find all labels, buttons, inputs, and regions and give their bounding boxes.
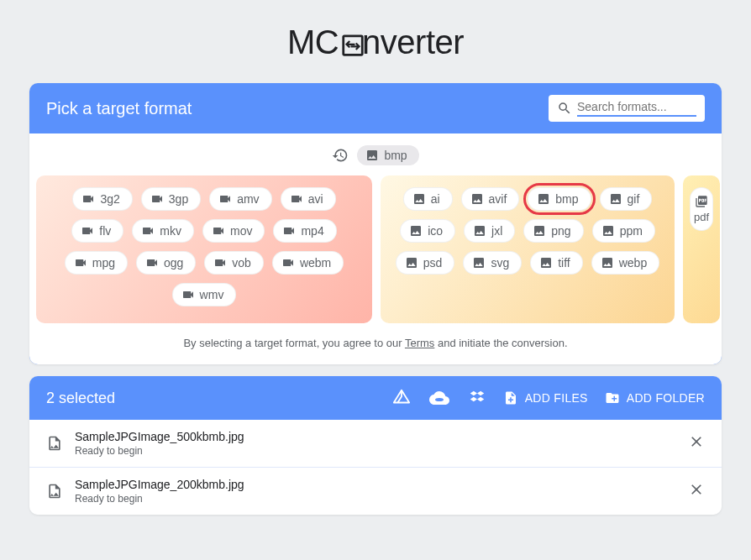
format-chip-3g2[interactable]: 3g2 bbox=[72, 187, 132, 211]
image-icon bbox=[365, 149, 379, 162]
image-formats-group: aiavifbmpgificojxlpngppmpsdsvgtiffwebp bbox=[381, 175, 675, 323]
search-input[interactable] bbox=[577, 100, 696, 117]
format-label: webp bbox=[619, 256, 647, 270]
video-icon bbox=[281, 256, 295, 270]
video-icon bbox=[81, 224, 94, 238]
format-chip-jxl[interactable]: jxl bbox=[464, 219, 515, 243]
format-chip-flv[interactable]: flv bbox=[71, 219, 123, 243]
format-chip-svg[interactable]: svg bbox=[463, 251, 522, 275]
format-chip-3gp[interactable]: 3gp bbox=[141, 187, 201, 211]
gdrive-icon[interactable] bbox=[392, 389, 411, 407]
search-icon bbox=[557, 101, 572, 116]
format-label: avi bbox=[308, 192, 323, 206]
format-chip-vob[interactable]: vob bbox=[204, 251, 264, 275]
folder-add-icon bbox=[605, 390, 620, 406]
format-chip-webm[interactable]: webm bbox=[272, 251, 344, 275]
format-label: ico bbox=[428, 224, 443, 238]
format-label: pdf bbox=[694, 211, 709, 223]
video-icon bbox=[141, 224, 155, 238]
format-chip-mov[interactable]: mov bbox=[202, 219, 265, 243]
format-label: jxl bbox=[491, 224, 502, 238]
format-label: 3g2 bbox=[100, 192, 119, 206]
format-label: amv bbox=[237, 192, 259, 206]
recent-format-label: bmp bbox=[384, 149, 407, 162]
terms-prefix: By selecting a target format, you agree … bbox=[183, 337, 405, 349]
file-status: Ready to begin bbox=[75, 493, 688, 505]
image-icon bbox=[472, 256, 486, 270]
format-chip-wmv[interactable]: wmv bbox=[172, 283, 237, 306]
doc-formats-group: pdf bbox=[683, 175, 720, 323]
file-image-icon bbox=[46, 435, 63, 452]
format-chip-mkv[interactable]: mkv bbox=[132, 219, 194, 243]
file-status: Ready to begin bbox=[75, 445, 688, 457]
panel-title: Pick a target format bbox=[46, 99, 192, 118]
format-chip-mpg[interactable]: mpg bbox=[65, 251, 128, 275]
remove-file-button[interactable] bbox=[688, 481, 705, 501]
format-label: mpg bbox=[92, 256, 115, 270]
format-chip-psd[interactable]: psd bbox=[396, 251, 455, 275]
format-chip-gif[interactable]: gif bbox=[600, 187, 653, 211]
dropbox-icon[interactable] bbox=[468, 389, 486, 407]
format-chip-bmp[interactable]: bmp bbox=[528, 187, 591, 211]
format-label: tiff bbox=[558, 256, 570, 270]
queue-panel: 2 selected ADD FILES ADD FOLDER SampleJP… bbox=[29, 376, 722, 515]
add-folder-button[interactable]: ADD FOLDER bbox=[605, 390, 705, 406]
format-label: avif bbox=[489, 192, 507, 206]
video-icon bbox=[150, 192, 164, 206]
add-files-button[interactable]: ADD FILES bbox=[503, 390, 588, 406]
format-label: vob bbox=[232, 256, 251, 270]
logo-text-left: MC bbox=[287, 24, 339, 60]
format-chip-mp4[interactable]: mp4 bbox=[273, 219, 336, 243]
doc-icon bbox=[695, 195, 708, 208]
video-formats-group: 3g23gpamvaviflvmkvmovmp4mpgoggvobwebmwmv bbox=[36, 175, 372, 323]
image-icon bbox=[533, 224, 546, 238]
add-folder-label: ADD FOLDER bbox=[627, 391, 705, 405]
video-icon bbox=[81, 192, 95, 206]
format-chip-ogg[interactable]: ogg bbox=[136, 251, 196, 275]
cloud-icon[interactable] bbox=[429, 388, 449, 408]
file-list: SampleJPGImage_500kbmb.jpgReady to begin… bbox=[29, 420, 722, 515]
format-label: ppm bbox=[620, 224, 643, 238]
format-chip-png[interactable]: png bbox=[523, 219, 583, 243]
svg-rect-0 bbox=[344, 36, 363, 55]
search-box[interactable] bbox=[549, 95, 705, 122]
image-icon bbox=[473, 224, 486, 238]
format-label: flv bbox=[99, 224, 111, 238]
video-icon bbox=[213, 256, 227, 270]
format-chip-avi[interactable]: avi bbox=[281, 187, 336, 211]
format-chip-webp[interactable]: webp bbox=[591, 251, 659, 275]
terms-link[interactable]: Terms bbox=[405, 337, 434, 349]
svg-point-1 bbox=[434, 397, 444, 402]
format-chip-ppm[interactable]: ppm bbox=[592, 219, 655, 243]
format-chip-tiff[interactable]: tiff bbox=[530, 251, 583, 275]
terms-suffix: and initiate the conversion. bbox=[434, 337, 567, 349]
file-row: SampleJPGImage_200kbmb.jpgReady to begin bbox=[29, 467, 722, 515]
image-icon bbox=[409, 224, 423, 238]
format-chip-ico[interactable]: ico bbox=[400, 219, 455, 243]
format-label: wmv bbox=[200, 288, 224, 301]
video-icon bbox=[181, 288, 195, 301]
format-label: bmp bbox=[555, 192, 578, 206]
format-chip-ai[interactable]: ai bbox=[403, 187, 453, 211]
image-icon bbox=[601, 224, 615, 238]
remove-file-button[interactable] bbox=[688, 433, 705, 453]
format-label: webm bbox=[300, 256, 331, 270]
format-chip-pdf[interactable]: pdf bbox=[690, 187, 713, 231]
file-name: SampleJPGImage_500kbmb.jpg bbox=[75, 430, 688, 443]
file-name: SampleJPGImage_200kbmb.jpg bbox=[75, 478, 688, 491]
app-logo: MCnverter bbox=[0, 0, 751, 75]
format-label: psd bbox=[423, 256, 443, 270]
history-icon bbox=[332, 147, 349, 164]
image-icon bbox=[470, 192, 484, 206]
format-chip-amv[interactable]: amv bbox=[209, 187, 271, 211]
image-icon bbox=[539, 256, 553, 270]
file-image-icon bbox=[46, 483, 63, 500]
queue-title: 2 selected bbox=[46, 390, 376, 407]
recent-format-chip[interactable]: bmp bbox=[357, 145, 418, 165]
format-label: ai bbox=[431, 192, 440, 206]
format-label: gif bbox=[628, 192, 640, 206]
history-row: bmp bbox=[29, 145, 722, 165]
add-files-label: ADD FILES bbox=[525, 391, 588, 405]
format-label: mp4 bbox=[301, 224, 323, 238]
format-chip-avif[interactable]: avif bbox=[461, 187, 520, 211]
